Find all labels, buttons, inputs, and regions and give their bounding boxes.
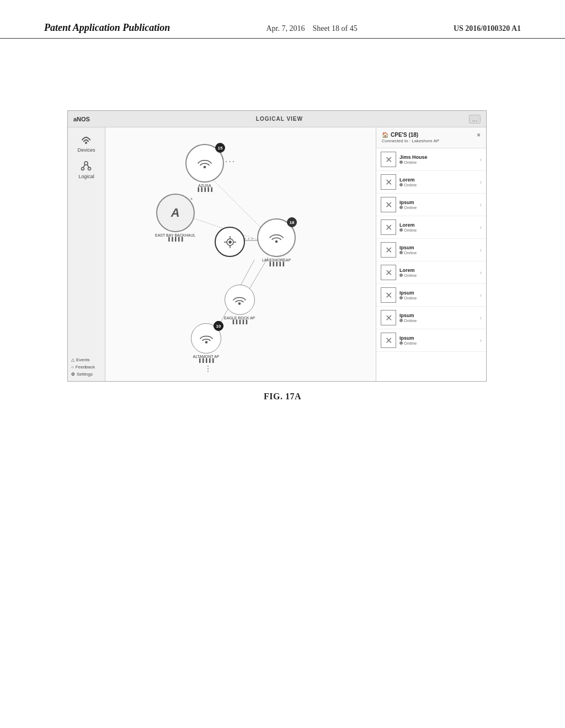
- app-body: Devices Logical: [68, 127, 486, 381]
- device-list: Jims House Online › Lorem Online › Ipsum: [376, 148, 486, 381]
- device-status-3: Online: [399, 228, 477, 233]
- nodes-icon: [79, 159, 93, 173]
- right-panel: 🏠 CPE'S (18) Connected to : Lakeshore AP…: [376, 127, 486, 381]
- device-status-7: Online: [399, 318, 477, 323]
- svg-point-2: [82, 168, 84, 170]
- patent-number: US 2016/0100320 A1: [454, 24, 521, 33]
- node-lakeshore[interactable]: 18 LAKESHOREAP ▐▐▐▐▐: [257, 218, 296, 266]
- list-item[interactable]: Ipsum Online ›: [376, 194, 486, 216]
- logical-label: Logical: [78, 174, 94, 179]
- list-item[interactable]: Jims House Online ›: [376, 148, 486, 171]
- device-status-4: Online: [399, 250, 477, 255]
- main-content: aNOS LOGICAL VIEW ...: [67, 110, 498, 402]
- dots-targeting: • • •: [244, 237, 253, 240]
- list-item[interactable]: Ipsum Online ›: [376, 284, 486, 307]
- device-name-4: Ipsum: [399, 245, 477, 250]
- list-item[interactable]: Lorem Online ›: [376, 261, 486, 284]
- device-name-3: Lorem: [399, 222, 477, 228]
- list-item[interactable]: Lorem Online ›: [376, 171, 486, 194]
- page-header: Patent Application Publication Apr. 7, 2…: [0, 22, 565, 39]
- list-item[interactable]: Ipsum Online ›: [376, 329, 486, 352]
- app-mockup: aNOS LOGICAL VIEW ...: [67, 110, 487, 382]
- node-east-bay[interactable]: A a EAST BAY BACKHAUL ▐▐▐▐▐: [155, 194, 195, 241]
- svg-point-3: [88, 168, 91, 170]
- figure-label: FIG. 17A: [67, 392, 498, 402]
- dots-azusa: • • •: [226, 159, 234, 163]
- svg-point-0: [86, 142, 87, 143]
- svg-point-17: [229, 241, 231, 243]
- device-status-5: Online: [399, 273, 477, 278]
- svg-line-5: [87, 165, 89, 168]
- device-status-6: Online: [399, 296, 477, 301]
- sidebar-feedback[interactable]: ○ Feedback: [71, 365, 95, 370]
- close-panel-button[interactable]: ×: [477, 132, 481, 138]
- panel-subtitle: Connected to : Lakeshore AP: [382, 138, 439, 143]
- devices-label: Devices: [77, 147, 95, 153]
- svg-line-4: [83, 165, 85, 168]
- device-status-1: Online: [399, 183, 477, 188]
- chevron-right-icon: ›: [480, 247, 482, 253]
- device-icon-1: [381, 174, 396, 190]
- device-name-8: Ipsum: [399, 335, 477, 341]
- publication-date: Apr. 7, 2016 Sheet 18 of 45: [266, 24, 357, 33]
- device-name-2: Ipsum: [399, 200, 477, 205]
- device-info-7: Ipsum Online: [399, 313, 477, 323]
- app-topbar: aNOS LOGICAL VIEW ...: [68, 111, 486, 127]
- node-targeting[interactable]: [215, 227, 245, 257]
- list-item[interactable]: Ipsum Online ›: [376, 239, 486, 261]
- sidebar-events[interactable]: △ Events: [71, 357, 89, 362]
- device-icon-5: [381, 265, 396, 280]
- right-panel-header: 🏠 CPE'S (18) Connected to : Lakeshore AP…: [376, 127, 486, 148]
- device-name-0: Jims House: [399, 154, 477, 160]
- svg-point-11: [204, 167, 206, 168]
- device-info-3: Lorem Online: [399, 222, 477, 233]
- chevron-right-icon: ›: [480, 157, 482, 163]
- device-icon-7: [381, 310, 396, 325]
- device-info-4: Ipsum Online: [399, 245, 477, 255]
- status-dot: [399, 341, 403, 345]
- wifi-icon: [79, 133, 93, 146]
- brand-label: aNOS: [73, 116, 90, 122]
- device-icon-3: [381, 220, 396, 235]
- publication-title: Patent Application Publication: [44, 22, 170, 34]
- node-eagle-rock[interactable]: EAGLE ROCK AP ▐▐▐▐▐: [224, 285, 255, 324]
- device-status-0: Online: [399, 160, 477, 165]
- node-azusa[interactable]: 15 AZUSA ▐▐▐▐▐: [185, 144, 224, 191]
- device-info-6: Ipsum Online: [399, 290, 477, 301]
- device-status-8: Online: [399, 341, 477, 346]
- menu-button[interactable]: ...: [469, 115, 481, 124]
- status-dot: [399, 160, 403, 164]
- panel-title: 🏠 CPE'S (18): [382, 132, 439, 138]
- device-name-5: Lorem: [399, 267, 477, 273]
- chevron-right-icon: ›: [480, 202, 482, 208]
- node-altamont[interactable]: ALTAMONT AP ▐▐▐▐▐ 10: [191, 323, 221, 362]
- status-dot: [399, 251, 403, 254]
- device-info-0: Jims House Online: [399, 154, 477, 165]
- svg-point-19: [239, 303, 241, 304]
- svg-point-20: [205, 341, 207, 343]
- list-item[interactable]: Ipsum Online ›: [376, 307, 486, 329]
- chevron-right-icon: ›: [480, 270, 482, 276]
- status-dot: [399, 206, 403, 209]
- sidebar-item-devices[interactable]: Devices: [77, 133, 95, 153]
- device-icon-2: [381, 197, 396, 212]
- sidebar-item-logical[interactable]: Logical: [78, 159, 94, 179]
- svg-point-1: [84, 162, 88, 165]
- device-info-1: Lorem Online: [399, 177, 477, 188]
- device-status-2: Online: [399, 205, 477, 210]
- chevron-right-icon: ›: [480, 224, 482, 231]
- device-icon-4: [381, 242, 396, 258]
- device-icon-6: [381, 287, 396, 303]
- chevron-right-icon: ›: [480, 338, 482, 344]
- sidebar-settings[interactable]: ✿ Settings: [71, 372, 93, 377]
- device-name-7: Ipsum: [399, 313, 477, 318]
- dots-vertical: •••: [206, 366, 210, 373]
- status-dot: [399, 296, 403, 299]
- device-name-1: Lorem: [399, 177, 477, 183]
- status-dot: [399, 319, 403, 322]
- list-item[interactable]: Lorem Online ›: [376, 216, 486, 239]
- view-label: LOGICAL VIEW: [256, 116, 303, 122]
- chevron-right-icon: ›: [480, 292, 482, 298]
- sidebar: Devices Logical: [68, 127, 105, 381]
- sidebar-top: Devices Logical: [77, 133, 95, 179]
